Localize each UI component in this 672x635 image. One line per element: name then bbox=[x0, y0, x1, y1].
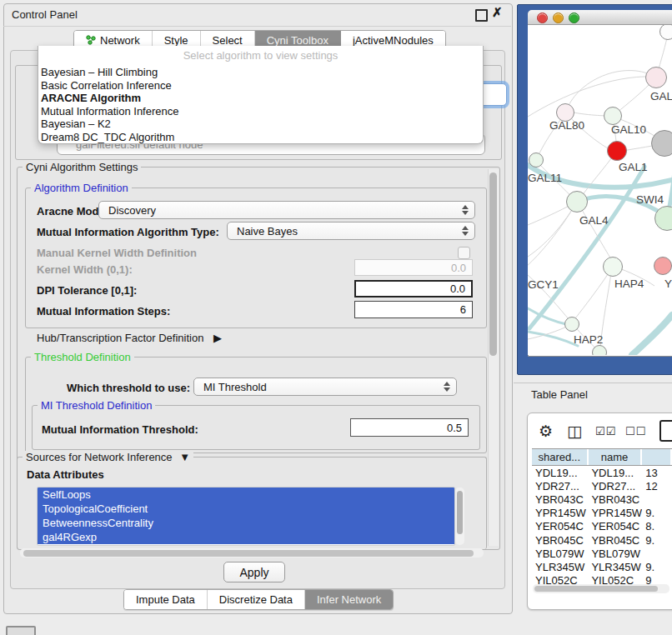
mi-type-combobox[interactable]: Naive Bayes bbox=[227, 222, 475, 240]
mi-type-value: Naive Bayes bbox=[237, 225, 298, 238]
kernel-width-label: Kernel Width (0,1): bbox=[37, 263, 133, 276]
data-attributes-label: Data Attributes bbox=[27, 468, 104, 481]
algorithm-option[interactable]: ARACNE Algorithm bbox=[41, 92, 479, 105]
spinner-icon bbox=[461, 204, 469, 216]
table-row[interactable]: YLR345WYLR345W9. bbox=[532, 560, 672, 573]
attribute-item[interactable]: TopologicalCoefficient bbox=[38, 502, 454, 516]
zoom-traffic-light-icon[interactable] bbox=[569, 12, 579, 23]
table-horizontal-scrollbar-thumb[interactable] bbox=[534, 586, 658, 592]
close-icon[interactable]: ✗ bbox=[492, 5, 503, 20]
threshold-definition-title: Threshold Definition bbox=[31, 351, 134, 363]
float-window-icon[interactable] bbox=[475, 9, 488, 22]
node-label-gal1: GAL1 bbox=[619, 161, 648, 173]
algorithm-option[interactable]: Mutual Information Inference bbox=[41, 105, 479, 118]
network-window-titlebar[interactable] bbox=[528, 10, 672, 25]
table-cell: YBR045C bbox=[532, 534, 588, 547]
table-row[interactable]: YBR045CYBR045C9. bbox=[532, 533, 672, 547]
mi-type-label: Mutual Information Algorithm Type: bbox=[37, 226, 219, 238]
attributes-scrollbar-thumb[interactable] bbox=[457, 491, 463, 534]
manual-kernel-checkbox[interactable] bbox=[458, 247, 470, 259]
attribute-item[interactable]: gal4RGexp bbox=[38, 530, 454, 544]
partial-button[interactable] bbox=[6, 626, 36, 635]
collapse-down-icon[interactable]: ▼ bbox=[179, 451, 190, 463]
tab-label: Discretize Data bbox=[219, 593, 293, 606]
column-header-2[interactable] bbox=[642, 449, 672, 465]
network-node-gal11[interactable] bbox=[529, 152, 544, 168]
settings-horizontal-scrollbar-thumb[interactable] bbox=[23, 550, 474, 557]
gear-icon[interactable]: ⚙ bbox=[539, 422, 553, 441]
apply-button[interactable]: Apply bbox=[223, 562, 285, 582]
table-cell: 9. bbox=[642, 561, 672, 573]
table-cell: 8. bbox=[642, 520, 672, 532]
table-row[interactable]: YBR043CYBR043C bbox=[532, 492, 672, 506]
network-node-gal1[interactable] bbox=[607, 141, 627, 161]
table-row[interactable]: YER054CYER054C8. bbox=[532, 520, 672, 533]
algorithm-option[interactable]: Bayesian – Hill Climbing bbox=[41, 66, 479, 79]
which-threshold-combobox[interactable]: MI Threshold bbox=[193, 378, 457, 396]
column-header-name[interactable]: name bbox=[589, 449, 643, 465]
settings-vertical-scrollbar-thumb[interactable] bbox=[489, 172, 497, 356]
tab-discretize-data[interactable]: Discretize Data bbox=[208, 590, 305, 609]
network-node-swi4[interactable] bbox=[654, 206, 672, 231]
columns-icon[interactable]: ◫ bbox=[567, 422, 582, 441]
table-cell: YDR27... bbox=[588, 480, 642, 492]
tab-infer-network[interactable]: Infer Network bbox=[305, 590, 393, 609]
kernel-width-field[interactable]: 0.0 bbox=[354, 259, 473, 276]
table-cell: 13 bbox=[642, 467, 672, 479]
table-cell: 9. bbox=[642, 507, 672, 519]
close-traffic-light-icon[interactable] bbox=[537, 12, 548, 23]
table-row[interactable]: YBL079WYBL079W bbox=[532, 547, 672, 560]
expand-right-icon: ▶ bbox=[213, 332, 222, 344]
algorithm-option[interactable]: Bayesian – K2 bbox=[41, 118, 479, 131]
network-node-hap4[interactable] bbox=[603, 257, 623, 277]
node-label-gal: GAL bbox=[650, 90, 672, 102]
tab-label: Infer Network bbox=[317, 593, 381, 606]
select-all-checkboxes-icon[interactable]: ☑☑ bbox=[595, 425, 616, 438]
network-canvas[interactable]: GALGAL80GAL10GAL1GAL11GAL4SWI4HAP4YGCY1H… bbox=[528, 25, 672, 355]
table-cell: YPR145W bbox=[532, 507, 588, 519]
node-table[interactable]: shared...nameYDL19...YDL19...13YDR27...Y… bbox=[532, 448, 672, 584]
mi-threshold-field[interactable]: 0.5 bbox=[350, 418, 469, 437]
deselect-all-checkboxes-icon[interactable]: ☐☐ bbox=[625, 425, 646, 438]
node-label-y: Y bbox=[664, 278, 672, 290]
network-node-y[interactable] bbox=[654, 257, 672, 275]
table-cell: YLR345W bbox=[532, 561, 588, 573]
table-cell: 9 bbox=[642, 574, 672, 584]
network-node-gal[interactable] bbox=[645, 67, 667, 88]
table-row[interactable]: YDR27...YDR27...12 bbox=[532, 479, 672, 492]
spinner-icon bbox=[443, 381, 450, 392]
table-row[interactable]: YPR145WYPR145W9. bbox=[532, 507, 672, 520]
attribute-item[interactable]: SelfLoops bbox=[38, 488, 454, 502]
data-attributes-list[interactable]: SelfLoopsTopologicalCoefficientBetweenne… bbox=[37, 487, 455, 546]
node-label-swi4: SWI4 bbox=[636, 193, 664, 206]
table-cell: YBL079W bbox=[532, 548, 588, 560]
table-cell: YIL052C bbox=[588, 574, 642, 584]
mi-threshold-label: Mutual Information Threshold: bbox=[42, 423, 198, 436]
sources-group-title: Sources for Network Inference ▼ bbox=[23, 451, 193, 463]
network-node[interactable] bbox=[592, 345, 607, 355]
table-cell: YBR043C bbox=[588, 493, 642, 506]
network-node[interactable] bbox=[659, 25, 672, 40]
screen: Control Panel ✗ NetworkStyleSelectCyni T… bbox=[0, 0, 672, 635]
minimize-traffic-light-icon[interactable] bbox=[553, 12, 564, 23]
algorithm-option[interactable]: Dream8 DC_TDC Algorithm bbox=[41, 131, 479, 144]
tab-impute-data[interactable]: Impute Data bbox=[124, 590, 208, 609]
dpi-tolerance-field[interactable]: 0.0 bbox=[354, 280, 473, 298]
aracne-mode-combobox[interactable]: Discovery bbox=[98, 201, 475, 219]
network-node[interactable] bbox=[651, 130, 672, 157]
network-node-hap2[interactable] bbox=[564, 317, 579, 332]
tab-label: Select bbox=[213, 34, 243, 47]
table-row[interactable]: YIL052CYIL052C9 bbox=[532, 574, 672, 585]
mi-steps-field[interactable]: 6 bbox=[354, 301, 473, 318]
column-header-shared-[interactable]: shared... bbox=[532, 449, 589, 465]
attribute-item[interactable]: BetweennessCentrality bbox=[38, 516, 454, 530]
control-panel-titlebar bbox=[3, 3, 511, 27]
algorithm-option[interactable]: Basic Correlation Inference bbox=[41, 79, 479, 92]
spinner-icon bbox=[461, 225, 469, 237]
manual-kernel-label: Manual Kernel Width Definition bbox=[37, 247, 197, 259]
network-node-gal4[interactable] bbox=[566, 191, 588, 212]
network-node-gal10[interactable] bbox=[604, 107, 622, 125]
hub-definition-toggle[interactable]: Hub/Transcription Factor Definition ▶ bbox=[37, 332, 222, 344]
table-row[interactable]: YDL19...YDL19...13 bbox=[532, 466, 672, 479]
table-options-icon[interactable] bbox=[659, 420, 672, 442]
